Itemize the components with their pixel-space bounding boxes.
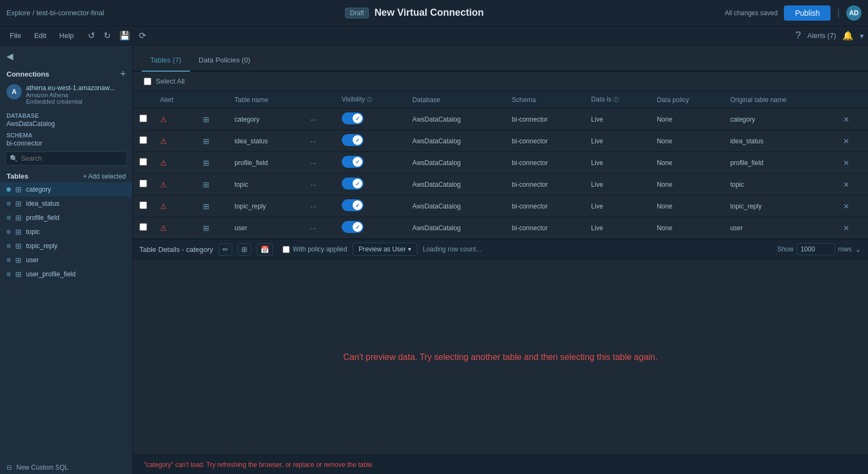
- visibility-toggle-5[interactable]: ✓: [342, 221, 363, 233]
- select-all-checkbox[interactable]: [144, 78, 151, 85]
- alert-icon-1: ⚠: [160, 137, 167, 146]
- tab-data-policies[interactable]: Data Policies (0): [190, 49, 259, 72]
- alert-icon-0: ⚠: [160, 115, 167, 124]
- table-name-cell-2[interactable]: profile_field: [228, 152, 304, 174]
- table-name-cell-1[interactable]: idea_status: [228, 130, 304, 152]
- breadcrumb-explore[interactable]: Explore: [7, 9, 30, 17]
- more-btn-2[interactable]: ···: [310, 159, 317, 167]
- alerts-button[interactable]: Alerts (7): [807, 31, 836, 40]
- table-row: ⚠ ⊞ topic ··· ✓ AwsDataCatalog bi-connec…: [133, 174, 868, 195]
- remove-btn-4[interactable]: ✕: [843, 202, 850, 211]
- datais-cell-3: Live: [585, 174, 650, 195]
- draft-badge: Draft: [345, 8, 369, 18]
- custom-sql-label: New Custom SQL: [16, 464, 68, 471]
- new-custom-sql-item[interactable]: ⊟ New Custom SQL: [0, 461, 132, 474]
- tab-tables[interactable]: Tables (7): [142, 49, 190, 72]
- sidebar-item-category[interactable]: ⊞ category: [0, 182, 132, 197]
- schema-cell-2: bi-connector: [506, 152, 585, 174]
- row-checkbox-1[interactable]: [139, 136, 147, 144]
- more-btn-4[interactable]: ···: [310, 202, 317, 211]
- menu-file[interactable]: File: [4, 29, 27, 42]
- main-content: Tables (7) Data Policies (0) Select All …: [133, 46, 868, 474]
- table-name-user: user: [26, 256, 39, 264]
- connection-item[interactable]: A athena.eu-west-1.amazonaw... Amazon At…: [0, 81, 132, 108]
- sidebar-item-user[interactable]: ⊞ user: [0, 253, 132, 267]
- breadcrumb-project[interactable]: test-bi-connector-final: [36, 9, 104, 17]
- remove-btn-2[interactable]: ✕: [843, 159, 850, 167]
- menu-edit[interactable]: Edit: [29, 29, 52, 42]
- table-grid-icon: ⊞: [15, 242, 22, 250]
- row-checkbox-4[interactable]: [139, 201, 147, 209]
- undo-button[interactable]: ↺: [86, 28, 97, 43]
- sidebar-item-topic-reply[interactable]: ⊞ topic_reply: [0, 239, 132, 253]
- visibility-toggle-4[interactable]: ✓: [342, 199, 363, 211]
- visibility-toggle-2[interactable]: ✓: [342, 156, 363, 168]
- sidebar-item-topic[interactable]: ⊞ topic: [0, 225, 132, 239]
- menubar: File Edit Help ↺ ↻ 💾 ⟳ ? Alerts (7) 🔔 ▾: [0, 26, 868, 46]
- row-checkbox-0[interactable]: [139, 115, 147, 122]
- sidebar-item-user-profile-field[interactable]: ⊞ user_profile_field: [0, 267, 132, 281]
- table-name-idea-status: idea_status: [26, 200, 59, 207]
- database-cell-3: AwsDataCatalog: [406, 174, 506, 195]
- col-header-tablename: Table name: [228, 91, 304, 109]
- select-all-label: Select All: [156, 77, 184, 85]
- row-checkbox-5[interactable]: [139, 223, 147, 231]
- rows-input[interactable]: [797, 243, 835, 255]
- publish-button[interactable]: Publish: [784, 5, 831, 21]
- table-grid-icon: ⊞: [15, 185, 22, 194]
- save-button[interactable]: 💾: [117, 28, 132, 43]
- datapolicy-cell-5: None: [650, 217, 724, 239]
- remove-btn-5[interactable]: ✕: [843, 224, 850, 232]
- table-name-topic-reply: topic_reply: [26, 242, 58, 250]
- grid-view-button[interactable]: ⊞: [238, 243, 251, 256]
- loading-text: Loading row count...: [423, 245, 481, 253]
- refresh-button[interactable]: ⟳: [137, 28, 148, 43]
- collapse-sidebar-button[interactable]: ◀: [7, 51, 13, 61]
- sidebar-item-profile-field[interactable]: ⊞ profile_field: [0, 211, 132, 225]
- more-btn-3[interactable]: ···: [310, 180, 317, 189]
- add-selected-button[interactable]: + Add selected: [83, 173, 126, 180]
- table-name-topic: topic: [26, 228, 40, 236]
- more-btn-5[interactable]: ···: [310, 224, 317, 232]
- row-checkbox-3[interactable]: [139, 180, 147, 187]
- avatar[interactable]: AD: [846, 5, 861, 21]
- table-name-cell-5[interactable]: user: [228, 217, 304, 239]
- col-header-more: [304, 91, 335, 109]
- notifications-chevron[interactable]: ▾: [860, 31, 864, 40]
- calendar-view-button[interactable]: 📅: [257, 243, 273, 256]
- more-btn-0[interactable]: ···: [310, 115, 317, 124]
- redo-button[interactable]: ↻: [101, 28, 113, 43]
- sidebar: ◀ Connections + A athena.eu-west-1.amazo…: [0, 46, 133, 474]
- help-icon[interactable]: ?: [795, 30, 801, 41]
- select-all-row: Select All: [133, 72, 868, 91]
- row-checkbox-2[interactable]: [139, 158, 147, 166]
- sidebar-item-idea-status[interactable]: ⊞ idea_status: [0, 197, 132, 211]
- preview-dropdown-icon[interactable]: ▾: [408, 245, 411, 253]
- table-name-cell-0[interactable]: category: [228, 109, 304, 130]
- col-header-visibility: Visibility ⓘ: [335, 91, 406, 109]
- table-name-category: category: [26, 186, 51, 193]
- schema-cell-5: bi-connector: [506, 217, 585, 239]
- expand-button[interactable]: ⌄: [855, 245, 861, 254]
- more-btn-1[interactable]: ···: [310, 137, 317, 146]
- policy-check: With policy applied: [283, 245, 347, 253]
- table-name-cell-3[interactable]: topic: [228, 174, 304, 195]
- notifications-icon[interactable]: 🔔: [843, 30, 853, 41]
- edit-table-button[interactable]: ✏: [219, 243, 232, 256]
- remove-btn-1[interactable]: ✕: [843, 137, 850, 146]
- visibility-toggle-0[interactable]: ✓: [342, 112, 363, 124]
- add-connection-button[interactable]: +: [120, 69, 126, 79]
- dot-icon: [7, 272, 11, 276]
- with-policy-checkbox[interactable]: [283, 246, 290, 253]
- menu-help[interactable]: Help: [54, 29, 79, 42]
- table-name-cell-4[interactable]: topic_reply: [228, 195, 304, 217]
- preview-as-user-button[interactable]: Preview as User ▾: [353, 243, 417, 256]
- search-input[interactable]: [5, 151, 127, 166]
- table-area: Select All Alert Table name Visibility ⓘ: [133, 72, 868, 474]
- remove-btn-3[interactable]: ✕: [843, 180, 850, 189]
- visibility-toggle-1[interactable]: ✓: [342, 134, 363, 146]
- tables-header: Tables + Add selected: [0, 169, 132, 182]
- remove-btn-0[interactable]: ✕: [843, 115, 850, 124]
- policy-label: With policy applied: [293, 245, 347, 253]
- visibility-toggle-3[interactable]: ✓: [342, 178, 363, 189]
